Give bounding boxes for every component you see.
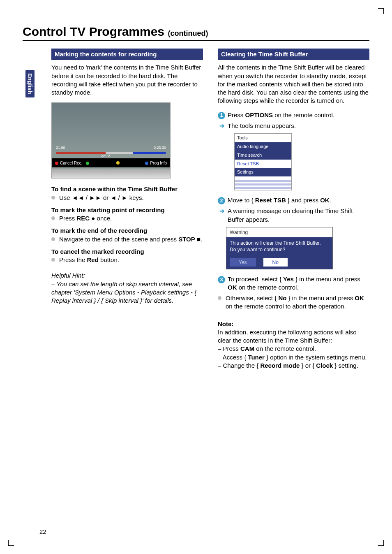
step-badge-3: 3 (218, 276, 225, 283)
columns: Marking the contents for recording You n… (51, 49, 369, 370)
step-1-text: Press OPTIONS on the remote control. (228, 111, 334, 119)
page-number: 22 (39, 528, 46, 535)
step2-mid: } and press (286, 197, 320, 204)
left-column: Marking the contents for recording You n… (51, 49, 203, 370)
screenshot-bottom-bar: Cancel Rec. Prog Info (52, 158, 170, 167)
ok-button-label-2: OK (228, 284, 237, 291)
reset-tsb-option: Reset TSB (255, 197, 286, 204)
tools-item-audio: Audio language (235, 142, 291, 151)
note-label: Note: (218, 320, 369, 328)
warning-body: This action will clear the Time Shift Bu… (226, 237, 332, 255)
crop-mark-tr (378, 8, 384, 14)
warning-title: Warning (226, 227, 332, 237)
mark-start-heading: To mark the starting point of recording (51, 206, 203, 214)
mark-end-text: Navigate to the end of the scene and pre… (59, 235, 202, 243)
warning-yes-button[interactable]: Yes (230, 258, 256, 267)
otherwise-text: Otherwise, select { No } in the menu and… (226, 294, 369, 311)
bar-right-group: Prog Info (145, 160, 167, 166)
red-button-label: Red (87, 256, 99, 263)
screenshot-glare (52, 169, 170, 178)
blue-dot-icon (145, 162, 148, 165)
right-intro: All the contents in the Time Shift Buffe… (218, 63, 369, 105)
note2-pre: – Access { (218, 354, 248, 361)
note-intro: In addition, executing the following act… (218, 328, 369, 345)
tools-empty-bars (235, 180, 291, 189)
title-continued: (continued) (168, 29, 208, 37)
cam-button-label: CAM (240, 345, 254, 352)
green-dot-icon (86, 162, 89, 165)
warning-line1: This action will clear the Time Shift Bu… (230, 240, 329, 246)
crop-mark-bl (8, 540, 14, 546)
ok-button-label-3: OK (355, 294, 364, 301)
bullet-icon (51, 237, 55, 241)
note3-mid: } or { (300, 362, 316, 369)
cancel-heading: To cancel the marked recording (51, 248, 203, 256)
step3-pre: To proceed, select { (228, 276, 283, 283)
mark-end-heading: To mark the end of the recording (51, 227, 203, 235)
bar-right-text: Prog Info (150, 161, 167, 165)
bullet-icon (218, 296, 221, 300)
note-line-3: – Change the { Record mode } or { Clock … (218, 362, 369, 370)
crop-mark-br (378, 540, 384, 546)
rec-button-label: REC (77, 215, 90, 222)
record-mode-option: Record mode (260, 362, 300, 369)
no-option: No (278, 294, 286, 301)
note2-post: } option in the system settings menu. (265, 354, 367, 361)
step3-post: on the remote control. (237, 284, 299, 291)
otherwise-pre: Otherwise, select { (226, 294, 278, 301)
mark-start-bullet: Press REC ● once. (51, 214, 203, 223)
mark-end-pre: Navigate to the end of the scene and pre… (59, 236, 178, 243)
page: Control TV Programmes (continued) Englis… (0, 0, 392, 554)
note-line-1: – Press CAM on the remote control. (218, 345, 369, 353)
warning-no-button[interactable]: No (263, 258, 288, 267)
bullet-icon (51, 196, 55, 199)
otherwise-post: on the remote control to abort the opera… (226, 303, 346, 310)
timeline-right-label: 0:23:30 (154, 145, 166, 150)
find-scene-bullet: Use ◄◄ / ►► or ◄ / ► keys. (51, 194, 203, 202)
clock-option: Clock (316, 362, 333, 369)
timeline-left-label: 21:00 (56, 145, 65, 150)
warning-dialog: Warning This action will clear the Time … (226, 227, 333, 269)
red-dot-icon (55, 162, 58, 165)
step-1-result: The tools menu appears. (218, 122, 369, 130)
hint-body: – You can set the length of skip search … (51, 280, 203, 305)
right-column: Clearing the Time Shift Buffer All the c… (218, 49, 369, 370)
mark-end-bullet: Navigate to the end of the scene and pre… (51, 235, 203, 243)
title-main: Control TV Programmes (23, 25, 168, 38)
step2-pre: Move to { (228, 197, 255, 204)
step1-pre: Press (228, 111, 245, 118)
yellow-dot-icon (116, 161, 120, 165)
mark-end-post: ■. (195, 236, 202, 243)
find-scene-heading: To find a scene within the Time Shift Bu… (51, 185, 203, 193)
step-2-text: Move to { Reset TSB } and press OK. (228, 196, 331, 204)
cancel-bullet: Press the Red button. (51, 256, 203, 264)
note3-post: } setting. (333, 362, 358, 369)
tools-title: Tools (235, 134, 291, 142)
step-2: 2 Move to { Reset TSB } and press OK. (218, 196, 369, 204)
options-button-label: OPTIONS (245, 111, 273, 118)
tv-screenshot: 21:00 0:23:30 22:12 Cancel Rec. Prog Inf… (51, 102, 171, 178)
language-tab: English (25, 70, 35, 97)
left-intro: You need to 'mark' the contents in the T… (51, 63, 203, 97)
warning-buttons: Yes No (226, 256, 332, 269)
step-3: 3 To proceed, select { Yes } in the menu… (218, 275, 369, 292)
step-1: 1 Press OPTIONS on the remote control. (218, 111, 369, 119)
bar-left-text: Cancel Rec. (60, 161, 82, 165)
cancel-text: Press the Red button. (59, 256, 119, 264)
cancel-pre: Press the (59, 256, 87, 263)
tools-item-resettsb: Reset TSB (235, 160, 291, 168)
bar-left-group: Cancel Rec. (55, 160, 91, 166)
yes-option: Yes (283, 276, 294, 283)
right-section-header: Clearing the Time Shift Buffer (218, 49, 369, 60)
step3-mid: } in the menu and press (294, 276, 360, 283)
stop-button-label: STOP (178, 236, 195, 243)
bullet-icon (51, 258, 55, 262)
warning-line2: Do you want to continue? (230, 246, 329, 253)
find-scene-text: Use ◄◄ / ►► or ◄ / ► keys. (59, 194, 144, 202)
step2-post: . (330, 197, 331, 204)
bullet-icon (51, 216, 55, 220)
mark-start-text: Press REC ● once. (59, 214, 112, 223)
tools-item-timesearch: Time search (235, 151, 291, 160)
tuner-option: Tuner (248, 354, 265, 361)
step-3-text: To proceed, select { Yes } in the menu a… (228, 275, 369, 292)
